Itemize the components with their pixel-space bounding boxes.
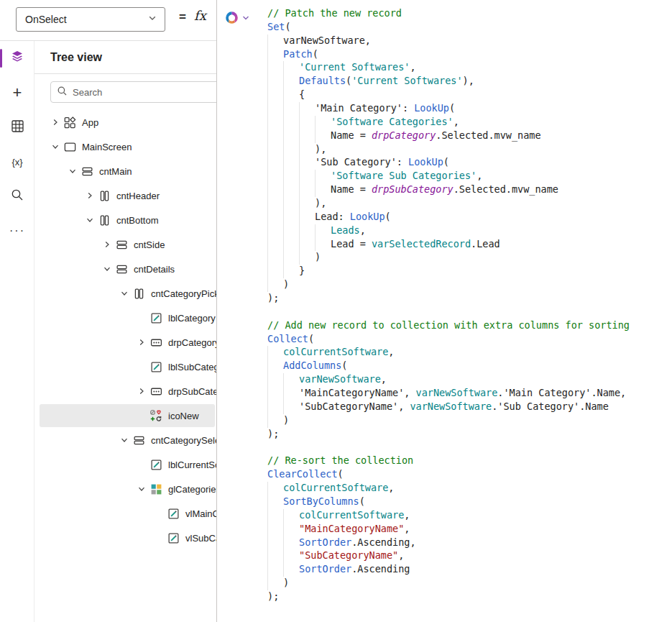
rail-item-data[interactable] — [0, 110, 34, 145]
gallery-icon — [149, 482, 162, 495]
tree-item-label: cntCategoryPick — [151, 288, 216, 299]
indent-guide — [267, 129, 268, 143]
rail-item-variables[interactable]: {x} — [0, 145, 34, 179]
equals-sign: = — [179, 10, 186, 24]
indent-guide — [283, 509, 284, 523]
chevron-down-icon[interactable] — [134, 481, 149, 497]
indent-guide — [315, 183, 316, 197]
tree-item-cntHeader[interactable]: cntHeader — [34, 183, 216, 208]
chevron-down-icon[interactable] — [99, 261, 115, 277]
rail-item-insert[interactable]: + — [0, 76, 34, 110]
tree-item-label: lblSubCatego — [168, 362, 216, 372]
powerapps-studio: OnSelect = fx +{x}··· Tree view AppMainS… — [0, 0, 672, 622]
code-line: 'Sub Category': LookUp( — [267, 156, 672, 170]
search-input[interactable] — [73, 87, 216, 98]
code-line — [267, 442, 672, 455]
tree-view-panel: Tree view AppMainScreencntMaincntHeaderc… — [34, 41, 216, 622]
tree-item-cntMain[interactable]: cntMain — [34, 159, 216, 183]
tree-item-label: drpSubCateg — [168, 386, 216, 397]
chevron-right-icon[interactable] — [82, 188, 98, 203]
code-line: SortOrder.Ascending, — [267, 536, 672, 550]
indent-guide — [299, 183, 300, 197]
chevron-down-icon[interactable] — [116, 432, 132, 448]
code-line: ClearCollect( — [267, 468, 672, 482]
code-line: colCurrentSoftware, — [267, 346, 672, 360]
tree-item-cntDetails[interactable]: cntDetails — [34, 257, 216, 281]
tree-item-drpCategory[interactable]: drpCategory — [34, 330, 216, 355]
iconew-icon — [149, 409, 162, 422]
code-line: colCurrentSoftware, — [267, 482, 672, 495]
tree-item-lblCurrentSo[interactable]: lblCurrentSo — [34, 452, 216, 477]
label-icon — [149, 311, 162, 324]
rail-item-search[interactable] — [0, 179, 34, 214]
chevron-down-icon[interactable] — [82, 212, 98, 228]
property-selector-value: OnSelect — [25, 14, 147, 25]
indent-guide — [267, 360, 268, 373]
tree-item-MainScreen[interactable]: MainScreen — [34, 134, 216, 159]
chevron-down-icon[interactable] — [65, 163, 80, 179]
tree-item-icoNew[interactable]: icoNew — [34, 403, 216, 428]
tree-item-lblCategory[interactable]: lblCategory — [34, 306, 216, 330]
tree-item-label: lblCategory — [168, 313, 216, 324]
indent-guide — [267, 143, 268, 157]
indent-guide — [267, 523, 268, 536]
vcontainer-icon — [132, 287, 145, 300]
dropdown-icon — [149, 385, 162, 398]
code-line: ), — [267, 143, 672, 157]
tree-item-App[interactable]: App — [34, 110, 216, 134]
code-line: SortOrder.Ascending — [267, 563, 672, 577]
code-line — [267, 306, 672, 319]
code-line: AddColumns( — [267, 360, 672, 373]
tree-item-label: drpCategory — [168, 337, 216, 348]
property-selector-dropdown[interactable]: OnSelect — [16, 7, 165, 32]
indent-guide — [283, 387, 284, 401]
formula-code-editor[interactable]: // Patch the new recordSet(varNewSoftwar… — [217, 0, 672, 622]
data-icon — [11, 119, 24, 136]
formula-editor-panel: // Patch the new recordSet(varNewSoftwar… — [216, 0, 672, 622]
indent-guide — [267, 156, 268, 170]
chevron-spacer — [134, 457, 149, 472]
indent-guide — [267, 183, 268, 197]
indent-guide — [267, 387, 268, 401]
chevron-right-icon[interactable] — [134, 334, 149, 350]
code-line: SortByColumns( — [267, 495, 672, 509]
tree-item-lblSubCatego[interactable]: lblSubCatego — [34, 355, 216, 379]
tree-item-glCategories[interactable]: glCategories — [34, 477, 216, 501]
indent-guide — [267, 102, 268, 116]
indent-guide — [283, 251, 284, 265]
chevron-down-icon — [147, 13, 157, 26]
code-line: Defaults('Current Softwares'), — [267, 75, 672, 88]
chevron-right-icon[interactable] — [47, 114, 63, 130]
indent-guide — [283, 102, 284, 116]
tree-item-cntCategoryPick[interactable]: cntCategoryPick — [34, 281, 216, 306]
indent-guide — [315, 129, 316, 143]
indent-guide — [283, 549, 284, 563]
rail-item-tree-view[interactable] — [0, 41, 34, 76]
tree-item-cntCategorySelec[interactable]: cntCategorySelec — [34, 428, 216, 452]
chevron-right-icon[interactable] — [134, 383, 149, 399]
indent-guide — [267, 346, 268, 360]
chevron-down-icon[interactable] — [116, 285, 132, 301]
indent-guide — [267, 88, 268, 102]
chevron-right-icon[interactable] — [99, 237, 115, 252]
tree-item-vlMainC[interactable]: vlMainC — [34, 501, 216, 526]
tree-item-label: lblCurrentSo — [168, 459, 216, 470]
indent-guide — [283, 156, 284, 170]
tree-item-vlSubCa[interactable]: vlSubCa — [34, 526, 216, 550]
code-line: ) — [267, 278, 672, 292]
tree-item-cntSide[interactable]: cntSide — [34, 232, 216, 257]
copilot-chevron-down-icon[interactable] — [241, 12, 250, 25]
chevron-down-icon[interactable] — [47, 139, 63, 155]
indent-guide — [267, 251, 268, 265]
indent-guide — [267, 61, 268, 75]
indent-guide — [283, 61, 284, 75]
copilot-button[interactable] — [224, 9, 257, 28]
search-icon — [11, 188, 24, 204]
tree-item-cntBottom[interactable]: cntBottom — [34, 208, 216, 232]
tree-search-box[interactable] — [50, 81, 216, 103]
code-line: ); — [267, 590, 672, 604]
indent-guide — [267, 35, 268, 48]
indent-guide — [315, 224, 316, 238]
rail-item-more[interactable]: ··· — [0, 214, 34, 248]
tree-item-drpSubCateg[interactable]: drpSubCateg — [34, 379, 216, 403]
